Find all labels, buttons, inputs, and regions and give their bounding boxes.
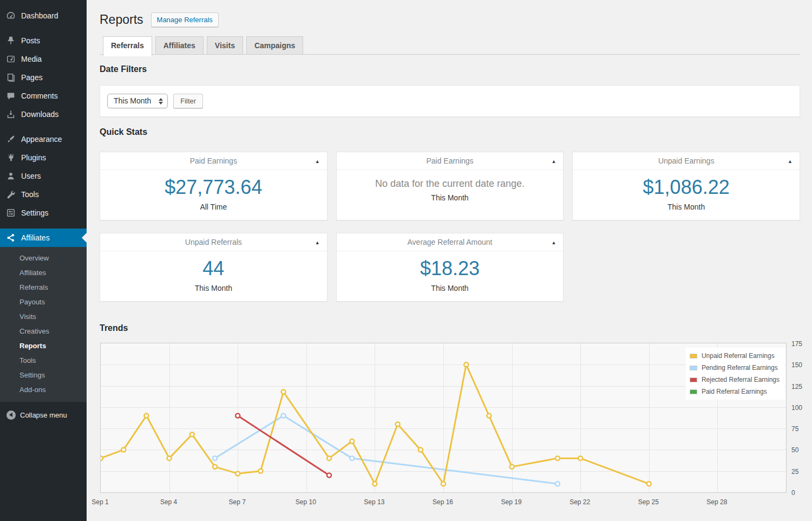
x-tick-label: Sep 1 bbox=[85, 498, 115, 506]
sidebar-item-label: Dashboard bbox=[21, 11, 58, 20]
submenu-item-payouts[interactable]: Payouts bbox=[0, 295, 87, 309]
submenu-item-tools[interactable]: Tools bbox=[0, 353, 87, 368]
tab-campaigns[interactable]: Campaigns bbox=[246, 36, 303, 54]
collapse-menu-button[interactable]: Collapse menu bbox=[0, 406, 87, 424]
dashboard-icon bbox=[5, 10, 16, 21]
x-tick-label: Sep 25 bbox=[633, 498, 664, 506]
sidebar-item-label: Settings bbox=[21, 209, 49, 217]
sidebar-item-posts[interactable]: Posts bbox=[0, 31, 87, 50]
legend-label: Rejected Referral Earnings bbox=[702, 376, 780, 383]
select-updown-icon bbox=[159, 98, 163, 105]
date-filter-panel: This Month Filter bbox=[100, 85, 800, 117]
legend-item: Pending Referral Earnings bbox=[690, 362, 780, 374]
sidebar-item-comments[interactable]: Comments bbox=[0, 87, 87, 105]
submenu-item-overview[interactable]: Overview bbox=[0, 251, 87, 265]
collapse-card-icon[interactable]: ▲ bbox=[315, 234, 320, 252]
tab-visits[interactable]: Visits bbox=[207, 36, 243, 54]
user-icon bbox=[5, 171, 16, 181]
stat-card-header: Unpaid Earnings ▲ bbox=[573, 152, 800, 170]
submenu-item-reports[interactable]: Reports bbox=[0, 338, 87, 353]
x-tick-label: Sep 7 bbox=[222, 498, 252, 506]
stat-card-header: Paid Earnings ▲ bbox=[337, 152, 564, 170]
stat-card-paid-earnings-alltime: Paid Earnings ▲ $27,773.64 All Time bbox=[100, 152, 328, 220]
sidebar-item-plugins[interactable]: Plugins bbox=[0, 148, 87, 167]
x-tick-label: Sep 16 bbox=[428, 498, 458, 506]
sidebar-item-dashboard[interactable]: Dashboard bbox=[0, 6, 87, 25]
submenu-item-affiliates[interactable]: Affiliates bbox=[0, 265, 87, 280]
chart-plot-area: Unpaid Referral Earnings Pending Referra… bbox=[100, 343, 787, 493]
stat-caption: This Month bbox=[100, 284, 327, 292]
main-content: Reports Manage Referrals Referrals Affil… bbox=[87, 0, 812, 521]
active-menu-arrow bbox=[82, 233, 87, 243]
stat-card-title: Unpaid Referrals bbox=[185, 238, 242, 246]
sidebar-item-label: Affiliates bbox=[21, 233, 50, 242]
submenu-item-creatives[interactable]: Creatives bbox=[0, 324, 87, 338]
sidebar-item-tools[interactable]: Tools bbox=[0, 185, 87, 204]
sidebar-item-appearance[interactable]: Appearance bbox=[0, 130, 87, 148]
collapse-card-icon[interactable]: ▲ bbox=[788, 153, 793, 171]
trends-heading: Trends bbox=[100, 323, 800, 333]
sidebar-item-media[interactable]: Media bbox=[0, 50, 87, 68]
stat-value: $18.23 bbox=[337, 257, 564, 280]
legend-label: Paid Referral Earnings bbox=[702, 388, 767, 395]
submenu-item-visits[interactable]: Visits bbox=[0, 309, 87, 324]
affiliates-submenu: Overview Affiliates Referrals Payouts Vi… bbox=[0, 247, 87, 402]
y-tick-label: 75 bbox=[791, 425, 798, 433]
comment-icon bbox=[5, 90, 16, 101]
pending-series-swatch bbox=[690, 366, 697, 370]
y-tick-label: 125 bbox=[791, 383, 802, 390]
filter-button[interactable]: Filter bbox=[173, 94, 203, 108]
sidebar-item-pages[interactable]: Pages bbox=[0, 68, 87, 87]
date-range-select[interactable]: This Month bbox=[107, 94, 168, 108]
collapse-card-icon[interactable]: ▲ bbox=[551, 153, 556, 171]
page-title: Reports bbox=[100, 12, 143, 28]
menu-separator bbox=[0, 222, 87, 229]
collapse-menu-label: Collapse menu bbox=[20, 411, 67, 419]
chart-legend: Unpaid Referral Earnings Pending Referra… bbox=[686, 348, 785, 400]
sidebar-item-label: Appearance bbox=[21, 135, 62, 144]
plugin-icon bbox=[5, 152, 16, 163]
legend-item: Paid Referral Earnings bbox=[690, 386, 780, 398]
admin-sidebar: Dashboard Posts Media Pages Comments bbox=[0, 0, 87, 521]
menu-separator bbox=[0, 25, 87, 31]
tab-affiliates[interactable]: Affiliates bbox=[155, 36, 204, 54]
submenu-item-settings[interactable]: Settings bbox=[0, 368, 87, 382]
download-icon bbox=[5, 109, 16, 120]
settings-icon bbox=[5, 207, 16, 218]
submenu-item-addons[interactable]: Add-ons bbox=[0, 382, 87, 397]
y-tick-label: 100 bbox=[791, 404, 802, 412]
sidebar-item-label: Media bbox=[21, 55, 42, 63]
sidebar-item-users[interactable]: Users bbox=[0, 167, 87, 185]
sidebar-item-affiliates[interactable]: Affiliates bbox=[0, 229, 87, 247]
stat-card-body: 44 This Month bbox=[100, 257, 327, 292]
stat-caption: This Month bbox=[337, 284, 564, 292]
legend-item: Unpaid Referral Earnings bbox=[690, 350, 780, 362]
sidebar-item-downloads[interactable]: Downloads bbox=[0, 105, 87, 123]
chart-x-axis: Sep 1Sep 4Sep 7Sep 10Sep 13Sep 16Sep 19S… bbox=[100, 498, 787, 508]
stat-card-title: Average Referral Amount bbox=[408, 238, 493, 246]
stat-value: 44 bbox=[100, 257, 327, 280]
stat-caption: This Month bbox=[337, 193, 564, 202]
menu-separator bbox=[0, 123, 87, 130]
stat-card-title: Paid Earnings bbox=[190, 157, 237, 165]
stat-card-title: Unpaid Earnings bbox=[658, 157, 715, 165]
brush-icon bbox=[5, 134, 16, 145]
stat-card-average-referral-amount: Average Referral Amount ▲ $18.23 This Mo… bbox=[336, 233, 564, 302]
quick-stats-grid: Paid Earnings ▲ $27,773.64 All Time Paid… bbox=[100, 152, 800, 302]
collapse-card-icon[interactable]: ▲ bbox=[551, 234, 556, 252]
sidebar-item-label: Tools bbox=[21, 190, 39, 199]
tab-referrals[interactable]: Referrals bbox=[103, 36, 152, 56]
sidebar-item-settings[interactable]: Settings bbox=[0, 204, 87, 222]
pages-icon bbox=[5, 72, 16, 83]
x-tick-label: Sep 4 bbox=[154, 498, 184, 506]
manage-referrals-button[interactable]: Manage Referrals bbox=[151, 12, 219, 27]
collapse-card-icon[interactable]: ▲ bbox=[315, 153, 320, 171]
submenu-item-referrals[interactable]: Referrals bbox=[0, 280, 87, 295]
y-tick-label: 150 bbox=[791, 361, 802, 369]
wrench-icon bbox=[5, 189, 16, 200]
legend-label: Unpaid Referral Earnings bbox=[702, 352, 775, 360]
report-tabs: Referrals Affiliates Visits Campaigns bbox=[100, 36, 800, 55]
stat-card-body: $18.23 This Month bbox=[337, 257, 564, 292]
stat-card-header: Unpaid Referrals ▲ bbox=[100, 233, 327, 251]
rejected-series-swatch bbox=[690, 377, 697, 382]
